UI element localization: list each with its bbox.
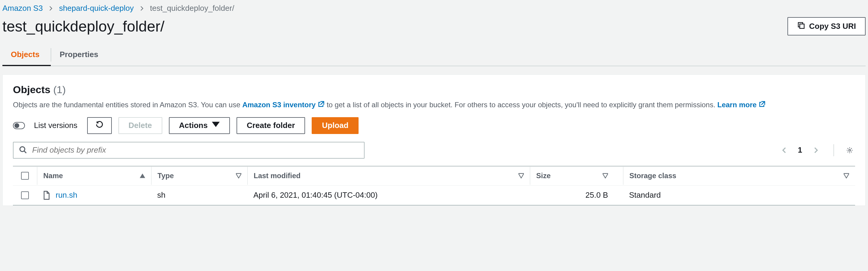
tab-properties[interactable]: Properties — [51, 44, 110, 66]
panel-desc-text-1: Objects are the fundamental entities sto… — [13, 101, 242, 109]
pagination-page-number: 1 — [798, 145, 802, 155]
search-input[interactable] — [32, 145, 359, 155]
copy-s3-uri-label: Copy S3 URI — [809, 22, 856, 31]
row-last-modified-cell: April 6, 2021, 01:40:45 (UTC-04:00) — [247, 186, 530, 205]
th-size[interactable]: Size — [530, 167, 623, 185]
file-icon — [43, 191, 50, 200]
objects-count: (1) — [53, 84, 66, 95]
table-settings-button[interactable] — [844, 145, 855, 156]
external-link-icon — [759, 100, 766, 110]
panel-description: Objects are the fundamental entities sto… — [13, 100, 855, 110]
page-title: test_quickdeploy_folder/ — [2, 18, 164, 35]
svg-point-3 — [849, 149, 850, 151]
table-row: run.sh sh April 6, 2021, 01:40:45 (UTC-0… — [13, 186, 855, 205]
breadcrumb: Amazon S3 shepard-quick-deploy test_quic… — [2, 2, 866, 16]
th-size-label: Size — [536, 172, 551, 180]
create-folder-button[interactable]: Create folder — [237, 117, 305, 134]
svg-rect-1 — [800, 24, 804, 29]
select-all-cell — [13, 167, 37, 184]
panel-title: Objects (1) — [13, 84, 855, 96]
breadcrumb-item-root[interactable]: Amazon S3 — [2, 4, 43, 13]
th-name[interactable]: Name — [37, 167, 151, 185]
caret-down-icon — [212, 121, 220, 130]
row-type-cell: sh — [151, 186, 247, 205]
svg-point-2 — [20, 147, 25, 151]
refresh-icon — [96, 121, 103, 130]
actions-label: Actions — [179, 121, 208, 130]
sort-asc-icon — [140, 173, 145, 178]
search-box[interactable] — [13, 142, 365, 159]
chevron-right-icon — [139, 6, 145, 11]
select-all-checkbox[interactable] — [21, 172, 29, 180]
s3-inventory-link[interactable]: Amazon S3 inventory — [242, 100, 324, 110]
delete-button[interactable]: Delete — [118, 117, 162, 134]
copy-icon — [797, 21, 805, 31]
external-link-icon — [318, 100, 324, 110]
breadcrumb-item-current: test_quickdeploy_folder/ — [150, 4, 234, 13]
table-header-row: Name Type Last — [13, 166, 855, 186]
separator — [833, 144, 834, 156]
row-storage-class-cell: Standard — [623, 186, 855, 205]
s3-inventory-link-text: Amazon S3 inventory — [242, 100, 316, 110]
panel-desc-text-2: to get a list of all objects in your buc… — [327, 101, 717, 109]
copy-s3-uri-button[interactable]: Copy S3 URI — [787, 17, 866, 35]
list-versions-toggle[interactable] — [13, 122, 25, 129]
th-last-modified-label: Last modified — [254, 172, 301, 180]
learn-more-link-text: Learn more — [717, 100, 757, 110]
list-versions-label: List versions — [34, 121, 78, 130]
page-header: test_quickdeploy_folder/ Copy S3 URI — [2, 16, 866, 44]
row-select-cell — [13, 187, 37, 204]
breadcrumb-item-bucket[interactable]: shepard-quick-deploy — [59, 4, 134, 13]
pagination-next[interactable] — [811, 145, 822, 156]
learn-more-link[interactable]: Learn more — [717, 100, 766, 110]
filter-icon — [519, 173, 524, 178]
actions-dropdown[interactable]: Actions — [169, 117, 230, 134]
filter-icon — [602, 173, 608, 178]
th-type-label: Type — [157, 172, 174, 180]
pagination-previous[interactable] — [779, 145, 789, 156]
refresh-button[interactable] — [87, 117, 112, 134]
objects-table: Name Type Last — [13, 166, 855, 205]
toolbar: List versions Delete Actions Create fold… — [13, 117, 855, 134]
th-storage-class[interactable]: Storage class — [623, 167, 855, 185]
chevron-right-icon — [48, 6, 54, 11]
tabs: Objects Properties — [2, 44, 866, 66]
row-name-cell: run.sh — [37, 186, 151, 205]
tab-objects[interactable]: Objects — [2, 44, 51, 66]
th-storage-class-label: Storage class — [629, 172, 676, 180]
th-last-modified[interactable]: Last modified — [247, 167, 530, 185]
filter-icon — [236, 173, 241, 178]
panel-title-text: Objects — [13, 84, 51, 95]
row-select-checkbox[interactable] — [21, 191, 29, 199]
filter-icon — [844, 173, 849, 178]
objects-panel: Objects (1) Objects are the fundamental … — [2, 74, 866, 206]
th-type[interactable]: Type — [151, 167, 247, 185]
search-row: 1 — [13, 142, 855, 159]
object-name-link[interactable]: run.sh — [56, 191, 77, 200]
search-icon — [19, 146, 27, 155]
row-size-cell: 25.0 B — [530, 186, 623, 205]
pagination: 1 — [779, 144, 855, 156]
th-name-label: Name — [43, 172, 63, 180]
upload-button[interactable]: Upload — [312, 117, 359, 134]
